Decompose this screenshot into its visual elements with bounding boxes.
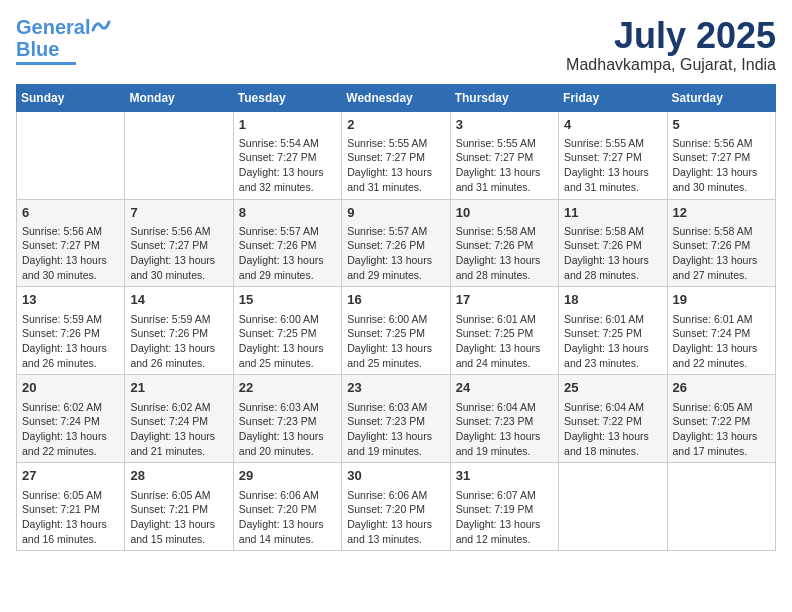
calendar-cell: 14Sunrise: 5:59 AM Sunset: 7:26 PM Dayli… [125,287,233,375]
day-number: 14 [130,291,227,309]
day-number: 30 [347,467,444,485]
day-number: 2 [347,116,444,134]
calendar-cell: 19Sunrise: 6:01 AM Sunset: 7:24 PM Dayli… [667,287,775,375]
calendar-week-1: 1Sunrise: 5:54 AM Sunset: 7:27 PM Daylig… [17,111,776,199]
day-number: 13 [22,291,119,309]
logo-general: General [16,16,90,38]
calendar-cell: 6Sunrise: 5:56 AM Sunset: 7:27 PM Daylig… [17,199,125,287]
calendar-cell: 16Sunrise: 6:00 AM Sunset: 7:25 PM Dayli… [342,287,450,375]
day-number: 29 [239,467,336,485]
calendar-cell: 20Sunrise: 6:02 AM Sunset: 7:24 PM Dayli… [17,375,125,463]
calendar-cell: 9Sunrise: 5:57 AM Sunset: 7:26 PM Daylig… [342,199,450,287]
calendar-cell [667,463,775,551]
weekday-header-thursday: Thursday [450,84,558,111]
calendar-cell: 10Sunrise: 5:58 AM Sunset: 7:26 PM Dayli… [450,199,558,287]
cell-details: Sunrise: 6:05 AM Sunset: 7:21 PM Dayligh… [22,488,119,547]
day-number: 23 [347,379,444,397]
weekday-header-sunday: Sunday [17,84,125,111]
calendar-cell: 25Sunrise: 6:04 AM Sunset: 7:22 PM Dayli… [559,375,667,463]
calendar-cell: 5Sunrise: 5:56 AM Sunset: 7:27 PM Daylig… [667,111,775,199]
calendar-cell: 26Sunrise: 6:05 AM Sunset: 7:22 PM Dayli… [667,375,775,463]
cell-details: Sunrise: 6:02 AM Sunset: 7:24 PM Dayligh… [130,400,227,459]
calendar-cell: 18Sunrise: 6:01 AM Sunset: 7:25 PM Dayli… [559,287,667,375]
calendar-week-4: 20Sunrise: 6:02 AM Sunset: 7:24 PM Dayli… [17,375,776,463]
day-number: 7 [130,204,227,222]
cell-details: Sunrise: 5:58 AM Sunset: 7:26 PM Dayligh… [564,224,661,283]
calendar-cell: 24Sunrise: 6:04 AM Sunset: 7:23 PM Dayli… [450,375,558,463]
weekday-header-saturday: Saturday [667,84,775,111]
calendar-cell: 13Sunrise: 5:59 AM Sunset: 7:26 PM Dayli… [17,287,125,375]
day-number: 28 [130,467,227,485]
day-number: 4 [564,116,661,134]
calendar-cell [559,463,667,551]
cell-details: Sunrise: 6:01 AM Sunset: 7:25 PM Dayligh… [564,312,661,371]
day-number: 8 [239,204,336,222]
logo-divider [16,62,76,65]
weekday-header-friday: Friday [559,84,667,111]
logo-wave-icon [91,16,113,34]
day-number: 21 [130,379,227,397]
weekday-header-monday: Monday [125,84,233,111]
day-number: 6 [22,204,119,222]
day-number: 24 [456,379,553,397]
calendar-cell: 8Sunrise: 5:57 AM Sunset: 7:26 PM Daylig… [233,199,341,287]
calendar-cell: 11Sunrise: 5:58 AM Sunset: 7:26 PM Dayli… [559,199,667,287]
cell-details: Sunrise: 6:03 AM Sunset: 7:23 PM Dayligh… [347,400,444,459]
weekday-header-tuesday: Tuesday [233,84,341,111]
calendar-cell: 15Sunrise: 6:00 AM Sunset: 7:25 PM Dayli… [233,287,341,375]
logo: General Blue [16,16,113,65]
calendar-cell [17,111,125,199]
calendar-week-2: 6Sunrise: 5:56 AM Sunset: 7:27 PM Daylig… [17,199,776,287]
calendar-cell: 28Sunrise: 6:05 AM Sunset: 7:21 PM Dayli… [125,463,233,551]
day-number: 11 [564,204,661,222]
calendar-week-5: 27Sunrise: 6:05 AM Sunset: 7:21 PM Dayli… [17,463,776,551]
cell-details: Sunrise: 5:55 AM Sunset: 7:27 PM Dayligh… [456,136,553,195]
cell-details: Sunrise: 5:55 AM Sunset: 7:27 PM Dayligh… [564,136,661,195]
calendar-cell: 1Sunrise: 5:54 AM Sunset: 7:27 PM Daylig… [233,111,341,199]
cell-details: Sunrise: 6:06 AM Sunset: 7:20 PM Dayligh… [239,488,336,547]
calendar-cell: 3Sunrise: 5:55 AM Sunset: 7:27 PM Daylig… [450,111,558,199]
day-number: 17 [456,291,553,309]
cell-details: Sunrise: 5:55 AM Sunset: 7:27 PM Dayligh… [347,136,444,195]
calendar-week-3: 13Sunrise: 5:59 AM Sunset: 7:26 PM Dayli… [17,287,776,375]
cell-details: Sunrise: 6:02 AM Sunset: 7:24 PM Dayligh… [22,400,119,459]
day-number: 25 [564,379,661,397]
day-number: 20 [22,379,119,397]
day-number: 1 [239,116,336,134]
day-number: 10 [456,204,553,222]
calendar-cell: 4Sunrise: 5:55 AM Sunset: 7:27 PM Daylig… [559,111,667,199]
logo-text: General [16,16,90,38]
cell-details: Sunrise: 5:57 AM Sunset: 7:26 PM Dayligh… [239,224,336,283]
cell-details: Sunrise: 6:01 AM Sunset: 7:24 PM Dayligh… [673,312,770,371]
day-number: 27 [22,467,119,485]
weekday-header-wednesday: Wednesday [342,84,450,111]
calendar-cell: 27Sunrise: 6:05 AM Sunset: 7:21 PM Dayli… [17,463,125,551]
day-number: 22 [239,379,336,397]
day-number: 19 [673,291,770,309]
calendar-cell: 31Sunrise: 6:07 AM Sunset: 7:19 PM Dayli… [450,463,558,551]
page-header: General Blue July 2025 Madhavkampa, Guja… [16,16,776,74]
cell-details: Sunrise: 5:57 AM Sunset: 7:26 PM Dayligh… [347,224,444,283]
calendar-cell: 23Sunrise: 6:03 AM Sunset: 7:23 PM Dayli… [342,375,450,463]
cell-details: Sunrise: 5:56 AM Sunset: 7:27 PM Dayligh… [130,224,227,283]
day-number: 18 [564,291,661,309]
calendar-cell: 21Sunrise: 6:02 AM Sunset: 7:24 PM Dayli… [125,375,233,463]
month-title: July 2025 [566,16,776,56]
location-text: Madhavkampa, Gujarat, India [566,56,776,74]
calendar-cell [125,111,233,199]
cell-details: Sunrise: 6:05 AM Sunset: 7:22 PM Dayligh… [673,400,770,459]
calendar-header-row: SundayMondayTuesdayWednesdayThursdayFrid… [17,84,776,111]
calendar-cell: 17Sunrise: 6:01 AM Sunset: 7:25 PM Dayli… [450,287,558,375]
cell-details: Sunrise: 6:05 AM Sunset: 7:21 PM Dayligh… [130,488,227,547]
cell-details: Sunrise: 6:04 AM Sunset: 7:23 PM Dayligh… [456,400,553,459]
day-number: 31 [456,467,553,485]
cell-details: Sunrise: 5:58 AM Sunset: 7:26 PM Dayligh… [673,224,770,283]
calendar-cell: 22Sunrise: 6:03 AM Sunset: 7:23 PM Dayli… [233,375,341,463]
day-number: 5 [673,116,770,134]
cell-details: Sunrise: 5:54 AM Sunset: 7:27 PM Dayligh… [239,136,336,195]
calendar-cell: 7Sunrise: 5:56 AM Sunset: 7:27 PM Daylig… [125,199,233,287]
title-area: July 2025 Madhavkampa, Gujarat, India [566,16,776,74]
day-number: 26 [673,379,770,397]
cell-details: Sunrise: 6:04 AM Sunset: 7:22 PM Dayligh… [564,400,661,459]
day-number: 15 [239,291,336,309]
